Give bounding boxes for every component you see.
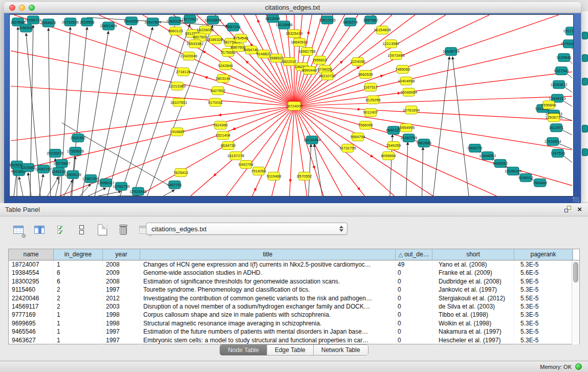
network-node[interactable]: 18107551 (170, 98, 187, 106)
network-node[interactable]: 1167533 (551, 149, 565, 158)
network-node[interactable]: 9554628 (41, 19, 56, 27)
network-node[interactable]: 1315682 (20, 163, 35, 171)
table-row[interactable]: 1938455462009Genome-wide association stu… (9, 269, 579, 277)
network-node[interactable]: 20732626 (62, 18, 79, 26)
tab-network-table[interactable]: Network Table (314, 345, 368, 355)
network-node[interactable]: 8754546 (233, 34, 248, 42)
network-node[interactable]: 12506770 (546, 114, 562, 122)
zoom-window-button[interactable] (29, 5, 35, 11)
network-node[interactable]: 8186328 (208, 36, 223, 44)
network-node[interactable]: 1612971 (549, 124, 564, 132)
network-node[interactable]: 1167517 (363, 83, 378, 91)
network-node[interactable]: 9457791 (167, 181, 182, 189)
network-node[interactable]: 2718120 (176, 68, 191, 76)
column-header-short[interactable]: short (432, 249, 514, 260)
network-node[interactable]: 15954995 (398, 124, 415, 132)
close-panel-icon[interactable]: × (577, 206, 582, 212)
network-node[interactable]: 2224050 (351, 58, 365, 66)
network-node[interactable]: 20206576 (47, 149, 63, 158)
network-node[interactable]: 20691406 (100, 22, 117, 30)
table-row[interactable]: 977716911998Corpus callosum shape and si… (9, 311, 579, 319)
network-node[interactable]: 17016504 (545, 138, 561, 146)
network-node[interactable]: 8427552 (210, 86, 225, 95)
network-node[interactable]: 10647894 (144, 18, 161, 26)
network-node[interactable]: 1595848 (541, 101, 556, 109)
network-node[interactable]: 1549259 (386, 142, 401, 150)
network-node[interactable]: 12093872 (551, 80, 568, 89)
network-node[interactable]: 8990448 (302, 66, 317, 74)
network-node[interactable]: 18640910 (291, 38, 308, 47)
network-node[interactable]: 10761694 (403, 106, 420, 114)
network-node[interactable]: 2019558 (80, 18, 95, 26)
network-node[interactable]: 16543382 (187, 40, 204, 48)
column-header-name[interactable]: name (9, 249, 54, 260)
network-node[interactable]: 9227343 (554, 67, 569, 75)
network-node[interactable]: 8570552 (297, 172, 312, 180)
network-node[interactable]: 9662639 (358, 70, 373, 78)
network-node[interactable]: 1145194 (51, 167, 66, 176)
network-node[interactable]: 16157278 (227, 151, 244, 160)
network-node[interactable]: 12213389 (169, 82, 186, 90)
network-node[interactable]: 1050532 (18, 24, 33, 32)
delete-table-icon[interactable] (116, 223, 130, 237)
network-node[interactable]: 21055724 (25, 16, 41, 24)
network-node[interactable]: 8125298 (366, 96, 381, 104)
network-node[interactable]: 7914058 (251, 167, 266, 175)
float-panel-icon[interactable] (564, 206, 571, 212)
table-selector-dropdown[interactable]: citations_edges.txt (146, 223, 347, 235)
network-node[interactable]: 15751074 (560, 40, 573, 48)
network-node[interactable]: 12042757 (35, 165, 52, 173)
network-node[interactable]: 16196169 (505, 167, 521, 175)
network-node[interactable]: 2803144 (215, 74, 230, 82)
network-node[interactable]: 16033809 (204, 16, 221, 24)
network-node[interactable]: 7566098 (358, 121, 373, 129)
row-height-icon[interactable] (74, 223, 89, 237)
table-row[interactable]: 911546021997Tourette syndrome. Phenomeno… (9, 286, 579, 294)
network-node[interactable]: 12505135 (64, 170, 81, 179)
network-node[interactable]: 15134454 (303, 136, 320, 144)
network-node[interactable]: 7624360 (213, 121, 228, 129)
column-header-title[interactable]: title (140, 249, 396, 260)
network-node[interactable]: 8943056 (124, 17, 139, 25)
network-node[interactable]: 8660123 (168, 27, 183, 35)
tab-node-table[interactable]: Node Table (220, 345, 267, 355)
network-node[interactable]: 16648794 (443, 48, 460, 56)
column-header-in_degree[interactable]: in_degree (54, 249, 103, 260)
table-row[interactable]: 946362711997Embryonic stem cells: a mode… (9, 336, 579, 344)
network-node[interactable]: 9406778 (467, 144, 482, 152)
network-node[interactable]: 16046964 (400, 88, 417, 96)
network-node[interactable]: 9242844 (218, 61, 233, 70)
network-node[interactable]: 16912115 (319, 16, 336, 24)
network-node[interactable]: 2687682 (363, 16, 378, 24)
network-node[interactable]: 1521404 (215, 132, 230, 140)
table-settings-icon[interactable]: ⚙ (11, 223, 26, 237)
network-node[interactable]: 10404998 (398, 77, 415, 85)
network-node[interactable]: 7485063 (395, 65, 410, 73)
network-node[interactable]: 16154808 (374, 26, 390, 34)
network-node[interactable]: 12213967 (382, 40, 399, 48)
table-row[interactable]: 1830029562008Estimation of significance … (9, 277, 579, 286)
network-node[interactable]: 10958107 (98, 179, 115, 187)
network-node[interactable]: 19218986 (276, 21, 293, 29)
table-row[interactable]: 1456911722003Disruption of a novel membe… (9, 302, 579, 311)
window-titlebar[interactable]: citations_edges.txt (4, 2, 581, 13)
table-row[interactable]: 946554611997Estimation of the future num… (9, 327, 579, 336)
network-node[interactable]: 2520350 (71, 134, 85, 142)
close-window-button[interactable] (9, 5, 15, 11)
network-node[interactable]: 8634739 (221, 142, 235, 150)
column-header-pagerank[interactable]: pagerank (514, 249, 573, 260)
vertical-scrollbar[interactable] (572, 260, 579, 344)
network-node[interactable]: 7904462 (533, 179, 548, 187)
network-node[interactable]: 8945552 (493, 159, 508, 167)
column-visibility-icon[interactable] (32, 223, 47, 237)
scrollbar-thumb[interactable] (573, 262, 578, 282)
table-row[interactable]: 1872400712008Changes of HCN gene express… (9, 260, 579, 269)
network-node[interactable]: 9342798 (238, 160, 253, 168)
network-node[interactable]: 16782759 (113, 182, 129, 190)
network-node[interactable]: 9170031 (208, 98, 223, 106)
network-node[interactable]: 8099694 (381, 151, 396, 160)
network-node[interactable]: 10973493 (387, 52, 404, 60)
new-table-icon[interactable] (95, 223, 110, 237)
network-node[interactable]: 9119468 (267, 172, 281, 180)
network-node[interactable]: 7955812 (312, 56, 327, 64)
